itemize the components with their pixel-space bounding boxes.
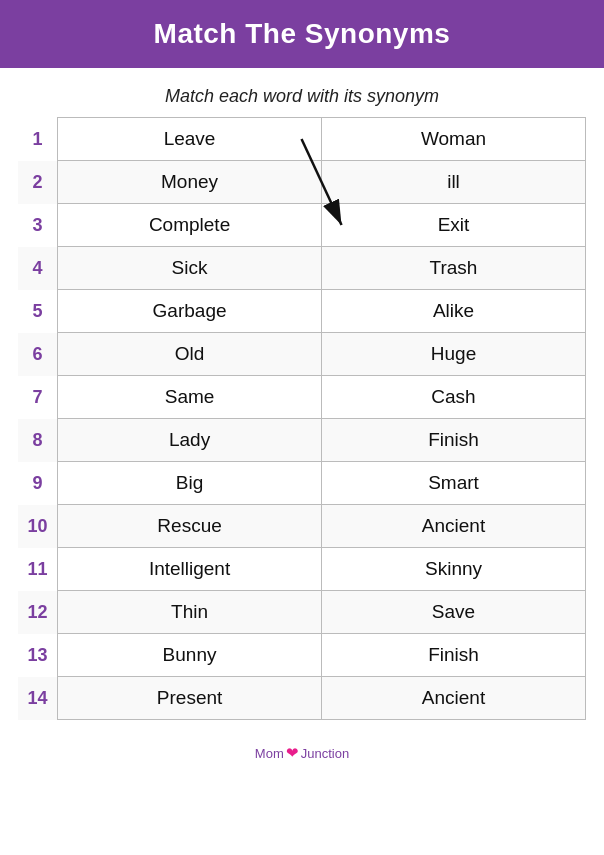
left-word: Present xyxy=(58,677,322,720)
table-row: 5GarbageAlike xyxy=(18,290,586,333)
row-number: 5 xyxy=(18,290,58,333)
table-row: 6OldHuge xyxy=(18,333,586,376)
right-word: Ancient xyxy=(322,505,586,548)
row-number: 12 xyxy=(18,591,58,634)
row-number: 7 xyxy=(18,376,58,419)
right-word: Exit xyxy=(322,204,586,247)
table-row: 1LeaveWoman xyxy=(18,118,586,161)
right-word: Woman xyxy=(322,118,586,161)
footer-logo: Mom❤Junction xyxy=(255,744,349,762)
row-number: 14 xyxy=(18,677,58,720)
left-word: Same xyxy=(58,376,322,419)
page-title: Match The Synonyms xyxy=(20,18,584,50)
row-number: 8 xyxy=(18,419,58,462)
header: Match The Synonyms xyxy=(0,0,604,68)
left-word: Lady xyxy=(58,419,322,462)
left-word: Bunny xyxy=(58,634,322,677)
left-word: Money xyxy=(58,161,322,204)
right-word: Skinny xyxy=(322,548,586,591)
right-word: Finish xyxy=(322,634,586,677)
left-word: Complete xyxy=(58,204,322,247)
table-row: 10RescueAncient xyxy=(18,505,586,548)
footer-brand2: Junction xyxy=(301,746,349,761)
left-word: Garbage xyxy=(58,290,322,333)
table-row: 11IntelligentSkinny xyxy=(18,548,586,591)
right-word: Alike xyxy=(322,290,586,333)
table-row: 2Moneyill xyxy=(18,161,586,204)
row-number: 4 xyxy=(18,247,58,290)
left-word: Old xyxy=(58,333,322,376)
right-word: ill xyxy=(322,161,586,204)
right-word: Finish xyxy=(322,419,586,462)
row-number: 1 xyxy=(18,118,58,161)
table-row: 7SameCash xyxy=(18,376,586,419)
table-row: 4SickTrash xyxy=(18,247,586,290)
row-number: 3 xyxy=(18,204,58,247)
left-word: Rescue xyxy=(58,505,322,548)
right-word: Trash xyxy=(322,247,586,290)
left-word: Intelligent xyxy=(58,548,322,591)
table-row: 13BunnyFinish xyxy=(18,634,586,677)
footer-brand: Mom xyxy=(255,746,284,761)
row-number: 2 xyxy=(18,161,58,204)
row-number: 13 xyxy=(18,634,58,677)
table-container: 1LeaveWoman2Moneyill3CompleteExit4SickTr… xyxy=(0,117,604,730)
row-number: 9 xyxy=(18,462,58,505)
row-number: 6 xyxy=(18,333,58,376)
table-row: 3CompleteExit xyxy=(18,204,586,247)
left-word: Big xyxy=(58,462,322,505)
left-word: Sick xyxy=(58,247,322,290)
right-word: Ancient xyxy=(322,677,586,720)
right-word: Save xyxy=(322,591,586,634)
footer-heart: ❤ xyxy=(286,744,299,762)
right-word: Huge xyxy=(322,333,586,376)
subtitle: Match each word with its synonym xyxy=(0,68,604,117)
right-word: Smart xyxy=(322,462,586,505)
table-row: 8LadyFinish xyxy=(18,419,586,462)
table-row: 9BigSmart xyxy=(18,462,586,505)
left-word: Leave xyxy=(58,118,322,161)
row-number: 11 xyxy=(18,548,58,591)
left-word: Thin xyxy=(58,591,322,634)
synonyms-table: 1LeaveWoman2Moneyill3CompleteExit4SickTr… xyxy=(18,117,586,720)
table-row: 12ThinSave xyxy=(18,591,586,634)
row-number: 10 xyxy=(18,505,58,548)
footer: Mom❤Junction xyxy=(0,730,604,772)
right-word: Cash xyxy=(322,376,586,419)
table-row: 14PresentAncient xyxy=(18,677,586,720)
